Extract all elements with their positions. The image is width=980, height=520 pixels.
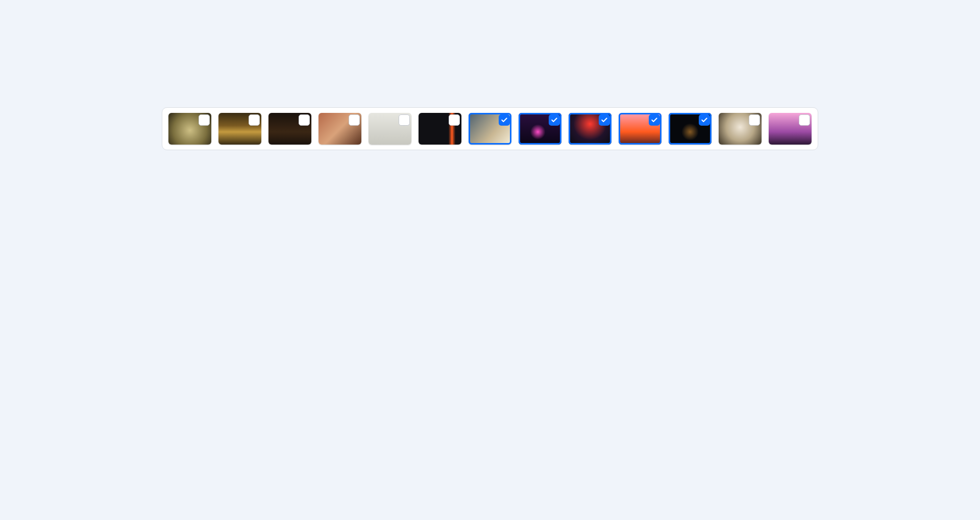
thumb-city-sunset[interactable] (619, 113, 662, 145)
thumb-mountain[interactable] (469, 113, 511, 145)
check-icon (701, 116, 708, 124)
thumb-food-bowl[interactable] (168, 113, 211, 145)
check-icon (551, 116, 558, 124)
thumb-neon[interactable] (519, 113, 561, 145)
thumb-select-checkbox[interactable] (299, 114, 310, 126)
thumb-select-checkbox[interactable] (749, 114, 760, 126)
gallery-grid (0, 0, 980, 64)
thumb-city-night[interactable] (669, 113, 712, 145)
thumb-sunset-lake[interactable] (569, 113, 611, 145)
thumb-drink[interactable] (268, 113, 311, 145)
thumb-select-checkbox[interactable] (449, 114, 460, 126)
thumb-select-checkbox[interactable] (599, 114, 610, 126)
check-icon (501, 116, 508, 124)
thumb-select-checkbox[interactable] (699, 114, 710, 126)
thumb-phone[interactable] (318, 113, 361, 145)
thumb-select-checkbox[interactable] (499, 114, 510, 126)
thumb-select-checkbox[interactable] (399, 114, 410, 126)
thumb-map[interactable] (369, 113, 411, 145)
thumb-select-checkbox[interactable] (549, 114, 560, 126)
thumb-road-night[interactable] (419, 113, 461, 145)
thumb-select-checkbox[interactable] (649, 114, 660, 126)
thumb-pink-sky[interactable] (769, 113, 812, 145)
thumb-select-checkbox[interactable] (199, 114, 210, 126)
check-icon (651, 116, 658, 124)
check-icon (601, 116, 608, 124)
thumb-select-checkbox[interactable] (799, 114, 810, 126)
thumb-coffee[interactable] (719, 113, 762, 145)
thumb-food-plate[interactable] (218, 113, 261, 145)
thumb-select-checkbox[interactable] (349, 114, 360, 126)
filmstrip[interactable] (162, 107, 818, 150)
thumb-select-checkbox[interactable] (249, 114, 260, 126)
